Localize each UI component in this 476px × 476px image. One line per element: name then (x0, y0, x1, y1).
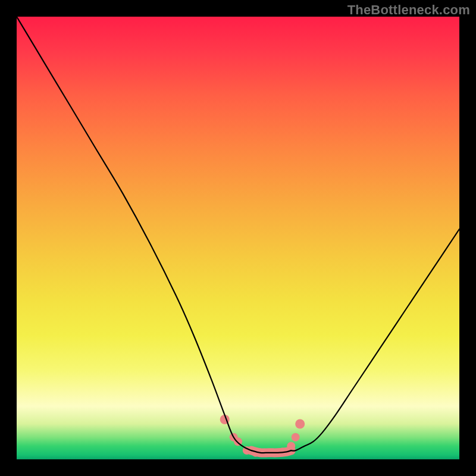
plot-area (17, 17, 459, 459)
chart-svg (17, 17, 459, 459)
valley-dot (292, 433, 300, 441)
chart-frame: TheBottleneck.com (0, 0, 476, 476)
right-curve (291, 229, 459, 451)
valley-dot (287, 442, 295, 450)
left-curve (17, 17, 251, 450)
watermark-text: TheBottleneck.com (347, 2, 470, 18)
valley-dot (295, 419, 305, 429)
